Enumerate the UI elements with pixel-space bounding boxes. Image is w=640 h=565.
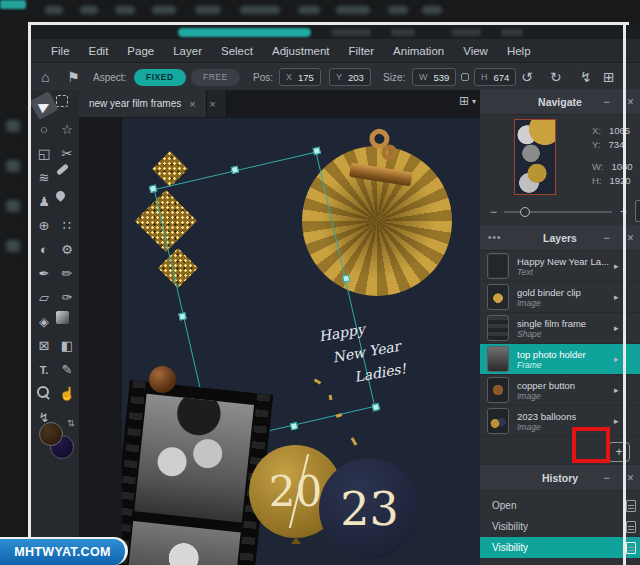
layer-row-copper-button[interactable]: copper button Image ▸ [480,375,640,406]
menu-item-view[interactable]: View [463,45,488,57]
layer-type: Image [517,391,575,401]
tool-cut[interactable]: ✂ [56,143,78,164]
tool-liquify[interactable]: ≋ [33,167,55,188]
navigate-thumbnail[interactable] [514,119,556,195]
flash-icon[interactable]: ↯ [580,69,592,85]
redo-icon[interactable]: ↻ [550,69,562,85]
history-row-open[interactable]: Open [480,495,640,516]
layer-arrow-icon[interactable]: ▸ [614,385,619,395]
selection-handle[interactable] [372,403,380,411]
tool-eyedropper[interactable]: ✒ [33,263,55,284]
layer-arrow-icon[interactable]: ▸ [614,292,619,302]
menu-item-animation[interactable]: Animation [393,45,444,57]
canvas-area[interactable]: Happy New Year Ladies! 20 23 [79,117,480,565]
pos-y-label: Y [336,72,342,82]
size-h-field[interactable]: H 674 [474,68,516,86]
tool-fill[interactable]: ◈ [33,311,55,332]
tool-clone-stamp[interactable]: ♟ [33,191,55,212]
tool-zoom[interactable] [33,383,55,404]
foreground-color-swatch[interactable] [39,422,63,446]
layer-arrow-icon[interactable]: ▸ [614,354,619,364]
watermark-banner: MHTWYAT.COM [0,537,128,565]
size-w-field[interactable]: W 539 [412,68,456,86]
home-icon[interactable]: ⌂ [41,69,49,85]
tool-pen[interactable]: ✎ [56,359,78,380]
layer-arrow-icon[interactable]: ▸ [614,261,619,271]
pos-y-field[interactable]: Y 203 [329,68,371,86]
tab-close-icon[interactable]: × [189,98,195,110]
tool-settings[interactable]: ⚙ [56,239,78,260]
zoom-control-row: − + 40% [480,199,640,225]
tool-crop[interactable]: ◱ [33,143,55,164]
tool-brush[interactable]: ✏ [56,263,78,284]
menu-item-adjustment[interactable]: Adjustment [272,45,330,57]
layer-type: Image [517,422,576,432]
copper-button[interactable] [149,366,176,393]
link-dimensions-icon[interactable] [461,73,469,81]
selection-handle[interactable] [313,147,321,155]
tool-lasso[interactable]: ○ [33,119,55,140]
swap-colors-icon[interactable]: ⇄ [66,419,76,427]
selection-handle[interactable] [342,274,350,282]
zoom-slider-knob[interactable] [520,207,530,217]
zoom-out-button[interactable]: − [490,205,497,219]
tool-hand[interactable]: ☝ [56,383,78,404]
tool-text[interactable]: T. [33,359,55,380]
window-arrange-button[interactable]: ⊞ ▾ [459,94,476,108]
gold-binder-clip[interactable] [346,125,425,197]
tool-move[interactable]: ▶ [31,91,59,120]
pointer-tool-icon[interactable]: ⚑ [67,69,80,85]
tool-shapes[interactable]: ◧ [56,335,78,356]
layer-row-top-photo-holder[interactable]: top photo holder Frame ▸ [480,344,640,375]
tool-blur[interactable] [54,189,67,202]
blurred-control [391,29,415,36]
tool-heal[interactable] [56,163,69,175]
zoom-percent-field[interactable]: 40% [635,200,640,222]
menu-item-edit[interactable]: Edit [89,45,109,57]
aspect-free-button[interactable]: FREE [191,69,240,86]
close-icon[interactable]: × [627,231,634,245]
history-row-visibility[interactable]: Visibility [480,537,640,558]
tool-gradient[interactable] [56,311,69,324]
tool-smudge[interactable]: ✑ [56,287,78,308]
menu-item-select[interactable]: Select [221,45,253,57]
minimize-icon[interactable]: − [603,95,610,109]
duplicate-layer-button[interactable]: ⊞ [636,444,640,464]
tool-marquee[interactable] [56,95,68,107]
undo-icon[interactable]: ↺ [521,69,533,85]
tab-new-year-film-frames[interactable]: new year film frames × [79,90,207,117]
pos-x-field[interactable]: X 175 [279,68,321,86]
menu-item-page[interactable]: Page [127,45,154,57]
menu-item-file[interactable]: File [51,45,70,57]
layer-row-2023-balloons[interactable]: 2023 balloons Image ▸ [480,406,640,437]
minimize-icon[interactable]: − [603,231,610,245]
design-page[interactable]: Happy New Year Ladies! 20 23 [122,118,480,565]
tool-magic-wand[interactable]: ☆ [56,119,78,140]
balloon-23[interactable]: 23 [319,458,420,559]
aspect-fixed-button[interactable]: FIXED [134,69,186,86]
layer-row-happy-new-year-la[interactable]: Happy New Year La... Text ▸ [480,251,640,282]
tool-pattern[interactable]: ∷ [56,215,78,236]
tool-dodge-burn[interactable]: ◐ [33,239,55,260]
add-layer-button[interactable]: + [608,442,630,462]
layer-arrow-icon[interactable]: ▸ [614,323,619,333]
tool-sphere[interactable]: ⊕ [33,215,55,236]
new-window-icon[interactable]: ⊞ [603,69,615,85]
layer-arrow-icon[interactable]: ▸ [614,416,619,426]
menu-item-help[interactable]: Help [507,45,531,57]
menu-item-filter[interactable]: Filter [349,45,375,57]
film-strip[interactable] [122,380,273,565]
tool-eraser[interactable]: ▱ [33,287,55,308]
layer-row-single-film-frame[interactable]: single film frame Shape ▸ [480,313,640,344]
menu-item-layer[interactable]: Layer [173,45,202,57]
close-icon[interactable]: × [627,471,634,485]
minimize-icon[interactable]: − [603,471,610,485]
film-photo [126,521,241,565]
close-icon[interactable]: × [627,95,634,109]
tab-close-icon[interactable]: × [209,98,215,110]
selection-handle[interactable] [289,422,297,430]
layers-menu-icon[interactable]: ••• [488,232,502,243]
history-row-visibility[interactable]: Visibility [480,516,640,537]
tool-frame[interactable]: ⊠ [33,335,55,356]
layer-row-gold-binder-clip[interactable]: gold binder clip Image ▸ [480,282,640,313]
